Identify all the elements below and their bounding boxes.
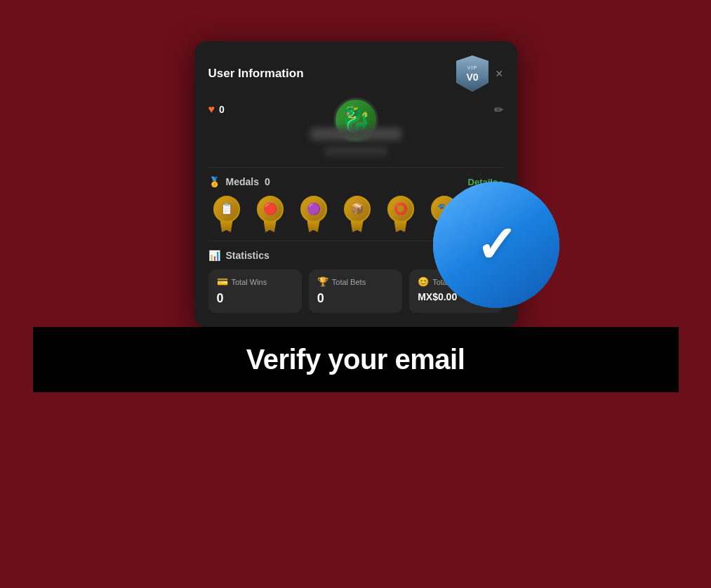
modal-title: User Information [208,67,304,81]
total-bets-text: Total Bets [332,278,366,286]
edit-button[interactable]: ✏ [494,103,503,116]
header-right: VIP V0 × [456,55,503,92]
profile-area: ♥ 0 🐉 ✏ [208,103,503,116]
divider-1 [208,167,503,168]
heart-icon: ♥ [208,103,215,116]
total-bets-card: 🏆 Total Bets 0 [309,269,402,313]
total-wagered-icon: 😊 [418,276,429,287]
medal-ribbon [307,221,320,232]
list-item: 🟣 [295,196,332,232]
total-bets-label: 🏆 Total Bets [317,276,394,287]
likes-count: 0 [219,104,225,115]
statistics-left: 📊 Statistics [208,250,270,261]
medal-section-icon: 🏅 [208,176,220,187]
list-item: 🔴 [252,196,288,232]
medal-icon: 📋 [220,203,234,215]
medal-ribbon [220,221,233,232]
badge-scallop: ✓ [433,182,559,308]
userid-blurred [324,147,387,156]
outer-container: User Information VIP V0 × ♥ [33,20,679,568]
likes-display: ♥ 0 [208,103,225,116]
bottom-bar: Verify your email [33,327,679,392]
list-item: ⭕ [383,196,419,232]
verify-badge: ✓ [433,182,559,308]
medal-icon: ⭕ [394,203,408,215]
medals-left: 🏅 Medals 0 [208,176,270,187]
list-item: 📋 [208,196,245,232]
total-wins-label: 💳 Total Wins [217,276,293,287]
medals-count: 0 [265,176,270,187]
modal-header: User Information VIP V0 × [208,55,503,92]
total-wins-card: 💳 Total Wins 0 [208,269,302,313]
total-wins-icon: 💳 [217,276,228,287]
username-blurred [310,128,401,140]
medal-circle: 📋 [213,196,240,222]
stats-section-icon: 📊 [208,250,220,261]
medal-icon: 📦 [350,203,364,215]
medal-circle: 📦 [344,196,371,222]
close-button[interactable]: × [496,67,503,80]
modal-and-badge: User Information VIP V0 × ♥ [194,41,517,327]
vip-badge: VIP V0 [456,55,489,92]
medal-ribbon [394,221,407,232]
vip-badge-shape: VIP V0 [456,55,489,92]
medal-circle: 🟣 [300,196,327,222]
medal-circle: 🔴 [257,196,284,222]
vip-level: V0 [466,72,478,83]
checkmark-icon: ✓ [475,220,517,270]
medal-circle: ⭕ [387,196,414,222]
list-item: 📦 [339,196,376,232]
vip-label: VIP [467,65,477,70]
statistics-label: Statistics [226,250,270,261]
total-wins-value: 0 [217,291,293,306]
medals-label: Medals [226,176,259,187]
total-bets-value: 0 [317,291,394,306]
total-bets-icon: 🏆 [317,276,328,287]
medal-icon: 🔴 [263,203,277,215]
medal-ribbon [351,221,364,232]
medal-ribbon [264,221,277,232]
medal-icon: 🟣 [307,203,321,215]
verify-email-text: Verify your email [246,344,465,375]
total-wins-text: Total Wins [232,278,267,286]
main-content: User Information VIP V0 × ♥ [33,41,679,327]
